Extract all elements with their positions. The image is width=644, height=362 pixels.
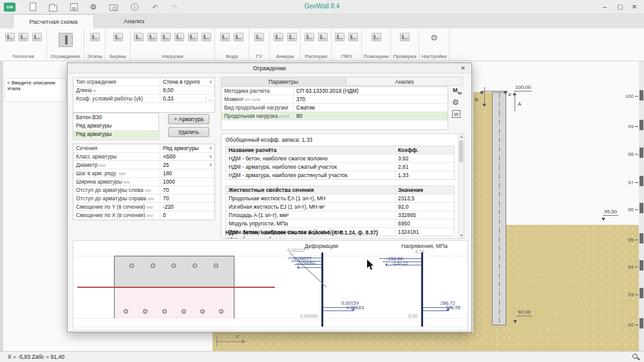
- dialog-tab-analiz[interactable]: Анализ: [346, 77, 463, 86]
- scroll-down-icon[interactable]: ▼: [459, 234, 464, 238]
- check-icon[interactable]: [400, 33, 410, 41]
- gear-icon[interactable]: ⚙: [452, 98, 459, 107]
- axial-load-field[interactable]: 80: [294, 112, 448, 120]
- close-window-button[interactable]: ✕: [629, 2, 640, 12]
- results-scrollbar[interactable]: ▲ ▼: [458, 134, 464, 238]
- chevron-down-icon[interactable]: ∨: [207, 146, 214, 151]
- property-row[interactable]: Отступ до арматуры слевамм 70: [73, 186, 214, 195]
- axis-arrow: [242, 339, 245, 343]
- load-icon-3[interactable]: [161, 33, 171, 41]
- ruler-tick-99: 99: [621, 124, 634, 129]
- water-icon-1[interactable]: [220, 33, 230, 41]
- stages-icon[interactable]: [90, 33, 100, 41]
- length-field[interactable]: 8,00: [160, 86, 214, 95]
- moment-field[interactable]: 370: [294, 95, 448, 104]
- list-item-rebar-row-2-selected[interactable]: Ряд арматуры: [73, 130, 158, 138]
- offset-left-field[interactable]: 70: [160, 186, 214, 195]
- property-row[interactable]: Смещение по X (в сечении)мм 0: [73, 211, 214, 220]
- safety-factor-summary: Обобщенный коэфф. запаса: 1,33: [225, 137, 312, 143]
- left-splitter[interactable]: [0, 61, 3, 351]
- main-tab-strip: Расчетная схема Анализ: [0, 14, 644, 28]
- geology-icon-1[interactable]: [5, 33, 15, 41]
- delete-button[interactable]: Удалить: [168, 127, 209, 137]
- property-row[interactable]: МоменткН·м/м 370: [222, 95, 448, 104]
- tab-raschetnaya-shema[interactable]: Расчетная схема: [13, 14, 94, 28]
- method-select[interactable]: СП 63.13330.2018 (НДМ): [294, 87, 448, 95]
- list-item-rebar-row-1[interactable]: Ряд арматуры: [73, 122, 158, 130]
- wall-type-select[interactable]: Стена в грунте: [160, 78, 207, 86]
- pfz-icon-1[interactable]: [335, 33, 345, 41]
- wall-tool-icon-selected[interactable]: [59, 33, 73, 47]
- stage-description-input[interactable]: < Введите описание этапа: [5, 78, 66, 102]
- ndm-note-bold: НДМ - бетон, наиболее сжатое волокно (п.…: [225, 229, 378, 236]
- chevron-down-icon[interactable]: ∨: [207, 79, 214, 84]
- chevron-down-icon[interactable]: ∨: [207, 154, 214, 159]
- load-icon-2[interactable]: [147, 33, 157, 41]
- berm-icon[interactable]: [113, 33, 123, 41]
- strut-icon-2[interactable]: [318, 33, 328, 41]
- strain-label: -0,00122: [286, 247, 305, 253]
- property-row[interactable]: Класс арматуры А500 ∨: [73, 153, 214, 161]
- spacing-field[interactable]: 180: [160, 169, 214, 178]
- property-row[interactable]: Сечения Ряд арматуры ∨: [73, 144, 214, 153]
- add-rebar-button[interactable]: + Арматура: [168, 114, 209, 124]
- stress-axis: [421, 252, 423, 327]
- load-icon-4[interactable]: [175, 33, 184, 41]
- dialog-tab-parametry[interactable]: Параметры: [221, 77, 346, 86]
- moment-diagram-icon[interactable]: Mкр: [453, 87, 462, 95]
- diameter-select[interactable]: 25: [160, 161, 207, 169]
- property-row-empty: [222, 120, 448, 129]
- geology-icon-2[interactable]: [19, 33, 28, 41]
- property-row[interactable]: Диаметрмм 25 ∨: [73, 161, 214, 169]
- work-coef-field[interactable]: 0,33: [160, 95, 205, 103]
- dialog-close-icon[interactable]: ✕: [459, 64, 468, 72]
- strut-icon-1[interactable]: [305, 33, 314, 41]
- more-options-button[interactable]: ...: [205, 95, 214, 102]
- minimize-button[interactable]: –: [599, 2, 611, 12]
- property-row[interactable]: Шаг в арм. рядумм 180: [73, 169, 214, 178]
- property-row[interactable]: Отступ до арматуры справамм 70: [73, 195, 214, 203]
- anchor-icon-1[interactable]: [274, 33, 283, 41]
- tab-analiz[interactable]: Анализ: [97, 14, 171, 28]
- property-row[interactable]: Смещение по Y (в сечении)мм -220: [73, 203, 214, 211]
- property-row[interactable]: Методика расчета СП 63.13330.2018 (НДМ): [222, 87, 448, 95]
- boundary-condition-icon[interactable]: [254, 33, 264, 41]
- diaphragm-wall[interactable]: [492, 92, 506, 325]
- vertical-scrollbar[interactable]: [639, 61, 644, 351]
- offset-y-field[interactable]: -220: [160, 203, 214, 211]
- rebar-dot: [200, 309, 205, 314]
- gear-icon[interactable]: ⚙: [429, 33, 439, 43]
- assistant-icon[interactable]: [372, 33, 381, 41]
- chevron-down-icon[interactable]: ∨: [207, 162, 214, 167]
- axial-load-type-select[interactable]: Сжатие: [294, 104, 448, 112]
- magnifier-icon[interactable]: [632, 354, 638, 359]
- load-icon-1[interactable]: [134, 33, 144, 41]
- anchor-icon-2[interactable]: [287, 33, 297, 41]
- ruler-tick-95: 95: [621, 237, 634, 243]
- section-select[interactable]: Ряд арматуры: [160, 144, 207, 153]
- property-row[interactable]: Ширина арматурымм 1000: [73, 178, 214, 186]
- load-icon-5[interactable]: [188, 33, 198, 41]
- ribbon-group-etapy: Этапы: [84, 28, 106, 61]
- pfz-icon-2[interactable]: [348, 33, 358, 41]
- table-row: Изгибная жесткость EJ (1 эл-т), МН·м²92,…: [226, 203, 454, 211]
- offset-right-field[interactable]: 70: [160, 195, 214, 203]
- width-field[interactable]: 1000: [160, 178, 214, 186]
- load-icon-6[interactable]: [202, 33, 211, 41]
- offset-x-field[interactable]: 0: [160, 211, 214, 220]
- water-icon-2[interactable]: [234, 33, 243, 41]
- property-row[interactable]: Длинам 8,00: [73, 86, 214, 95]
- rebar-class-select[interactable]: А500: [160, 153, 207, 161]
- ribbon-group-gu: ГУ: [249, 28, 270, 61]
- geology-icon-3[interactable]: [32, 33, 42, 41]
- w-section-icon[interactable]: W: [452, 110, 460, 118]
- list-item-concrete[interactable]: Бетон В30: [73, 113, 158, 122]
- property-row[interactable]: Вид продольной нагрузки Сжатие: [222, 104, 448, 112]
- property-row[interactable]: Коэф. условий работы (γk) 0,33 ...: [73, 95, 214, 103]
- ruler-tick-94: 94: [621, 264, 634, 270]
- property-row-highlighted[interactable]: Продольная нагрузкакН/м 80: [222, 112, 448, 120]
- tension-zone: [115, 287, 234, 319]
- maximize-button[interactable]: ▢: [614, 2, 626, 12]
- property-row[interactable]: Тип ограждения Стена в грунте ∨: [73, 78, 214, 86]
- scroll-up-icon[interactable]: ▲: [459, 135, 464, 138]
